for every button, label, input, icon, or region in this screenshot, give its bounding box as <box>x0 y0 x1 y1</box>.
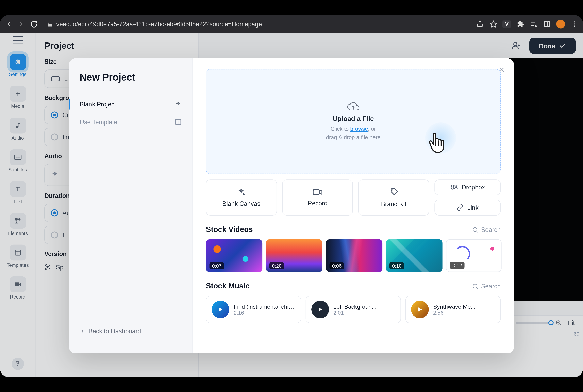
svg-line-50 <box>476 231 478 232</box>
bookmark-star-icon[interactable] <box>489 20 497 28</box>
stock-music-item[interactable]: Synthwave Me... 2:56 <box>405 296 500 323</box>
svg-point-51 <box>473 284 477 288</box>
search-icon <box>472 283 478 290</box>
extensions-icon[interactable] <box>516 20 524 28</box>
new-project-modal: New Project Blank Project Use Template B… <box>69 58 514 353</box>
record-card[interactable]: Record <box>282 179 353 216</box>
music-duration: 2:16 <box>234 310 295 316</box>
playlist-icon[interactable] <box>530 20 538 28</box>
link-icon <box>457 204 464 211</box>
music-title: Lofi Backgroun... <box>334 303 395 310</box>
duration-badge: 0:07 <box>210 262 224 269</box>
svg-marker-54 <box>319 308 322 312</box>
upload-subtitle: Click to browse, or drag & drop a file h… <box>326 125 380 142</box>
svg-point-7 <box>574 22 575 22</box>
duration-badge: 0:12 <box>450 262 465 269</box>
duration-badge: 0:20 <box>270 262 284 269</box>
browser-toolbar: veed.io/edit/49d0e7a5-72aa-431b-a7bd-eb9… <box>0 15 583 33</box>
search-label: Search <box>481 226 501 233</box>
modal-backdrop: New Project Blank Project Use Template B… <box>0 33 583 377</box>
svg-marker-0 <box>490 21 496 27</box>
browser-back-button[interactable] <box>5 20 14 28</box>
panel-icon[interactable] <box>543 20 551 28</box>
svg-point-48 <box>392 190 393 191</box>
card-label: Record <box>308 200 327 206</box>
video-camera-icon <box>312 188 323 196</box>
browser-reload-button[interactable] <box>29 20 38 28</box>
music-title: Find (instrumental chill lo <box>234 303 295 310</box>
stock-video-thumb[interactable]: 0:10 <box>386 239 442 272</box>
browser-url[interactable]: veed.io/edit/49d0e7a5-72aa-431b-a7bd-eb9… <box>56 20 262 28</box>
svg-marker-53 <box>219 308 222 312</box>
stock-music-item[interactable]: Find (instrumental chill lo 2:16 <box>206 296 301 323</box>
play-icon[interactable] <box>212 300 229 318</box>
blank-canvas-card[interactable]: Blank Canvas <box>206 179 277 216</box>
music-duration: 2:56 <box>433 310 495 316</box>
brand-kit-icon <box>389 187 398 197</box>
svg-point-8 <box>574 24 575 24</box>
dropbox-icon <box>450 184 458 191</box>
stock-videos-title: Stock Videos <box>206 225 253 234</box>
upload-title: Upload a File <box>332 115 374 122</box>
stock-video-thumb[interactable]: 0:07 <box>206 239 262 272</box>
brand-kit-card[interactable]: Brand Kit <box>358 179 429 216</box>
music-duration: 2:01 <box>334 310 395 316</box>
card-label: Brand Kit <box>381 200 406 208</box>
svg-rect-5 <box>544 22 550 26</box>
share-icon[interactable] <box>476 20 484 28</box>
duration-badge: 0:10 <box>390 262 404 269</box>
browser-menu-icon[interactable] <box>570 20 578 28</box>
stock-video-thumb[interactable]: 0:12 <box>446 239 502 272</box>
svg-marker-4 <box>535 25 537 27</box>
use-template-option[interactable]: Use Template <box>80 113 182 131</box>
stock-video-thumb[interactable]: 0:20 <box>266 239 322 272</box>
blank-project-option[interactable]: Blank Project <box>80 95 182 113</box>
stock-video-thumb[interactable]: 0:06 <box>326 239 382 272</box>
sparkle-icon <box>174 101 182 108</box>
link-card[interactable]: Link <box>434 200 500 215</box>
svg-line-52 <box>476 287 478 288</box>
lock-icon <box>47 21 53 27</box>
sparkle-icon <box>237 188 246 196</box>
browser-forward-button[interactable] <box>17 20 26 28</box>
option-label: Blank Project <box>80 101 116 108</box>
card-label: Link <box>467 204 478 211</box>
svg-marker-55 <box>418 308 422 312</box>
stock-videos-search[interactable]: Search <box>472 226 500 233</box>
extension-v-icon[interactable]: V <box>502 20 511 28</box>
search-label: Search <box>481 282 501 290</box>
svg-rect-47 <box>313 190 320 195</box>
stock-music-search[interactable]: Search <box>472 282 500 290</box>
pointer-hand-icon <box>425 131 447 155</box>
option-label: Use Template <box>80 118 118 126</box>
svg-point-49 <box>473 227 477 231</box>
duration-badge: 0:06 <box>329 262 344 269</box>
search-icon <box>472 226 478 233</box>
stock-music-title: Stock Music <box>206 282 250 290</box>
back-to-dashboard-button[interactable]: Back to Dashboard <box>80 322 182 340</box>
music-title: Synthwave Me... <box>433 303 495 310</box>
modal-title: New Project <box>80 72 182 83</box>
template-icon <box>174 118 182 126</box>
card-label: Blank Canvas <box>222 200 260 207</box>
upload-dropzone[interactable]: Upload a File Click to browse, or drag &… <box>206 69 500 174</box>
cloud-upload-icon <box>347 102 360 111</box>
back-label: Back to Dashboard <box>88 328 141 334</box>
play-icon[interactable] <box>411 300 429 318</box>
dropbox-card[interactable]: Dropbox <box>434 179 500 195</box>
play-icon[interactable] <box>311 300 329 318</box>
profile-avatar[interactable] <box>556 20 565 28</box>
stock-music-item[interactable]: Lofi Backgroun... 2:01 <box>306 296 401 323</box>
svg-point-9 <box>574 26 575 26</box>
browse-link[interactable]: browse <box>350 126 368 132</box>
card-label: Dropbox <box>462 184 485 191</box>
